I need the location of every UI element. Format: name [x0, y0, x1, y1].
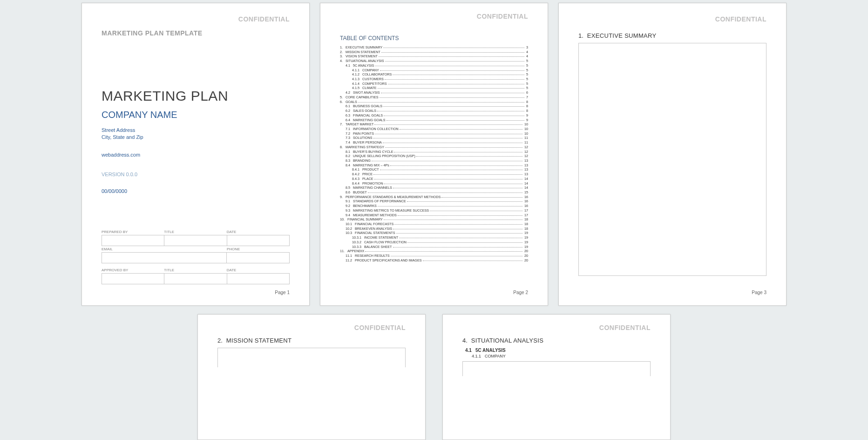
field-approved-by[interactable] — [102, 273, 164, 284]
toc-entry[interactable]: 4.1.3CUSTOMERS5 — [340, 77, 528, 82]
toc-entry[interactable]: 10.2BREAKEVEN ANALYSIS18 — [340, 227, 528, 231]
toc-entry[interactable]: 10.1FINANCIAL FORECASTS18 — [340, 222, 528, 227]
toc-entry[interactable]: 4.1.1COMPANY5 — [340, 68, 528, 73]
toc-text: SALES GOALS — [353, 109, 376, 113]
toc-entry[interactable]: 4.15C ANALYSIS5 — [340, 63, 528, 68]
toc-number: 4.1.3 — [352, 77, 362, 82]
toc-entry[interactable]: 6.4MARKETING GOALS9 — [340, 118, 528, 123]
toc-page: 13 — [523, 163, 528, 168]
toc-entry[interactable]: 4.1.4COMPETITORS5 — [340, 82, 528, 86]
toc-number: 4.1.1 — [352, 68, 362, 73]
toc-number: 6.2 — [346, 109, 353, 113]
field-phone[interactable] — [226, 252, 290, 263]
toc-entry[interactable]: 7.2PAIN POINTS10 — [340, 131, 528, 136]
toc-number: 9.2 — [346, 204, 353, 208]
toc-entry[interactable]: 10.FINANCIAL SUMMARY18 — [340, 217, 528, 222]
toc-entry[interactable]: 4.SITUATIONAL ANALYSIS5 — [340, 59, 528, 63]
toc-leader — [377, 111, 524, 111]
content-box[interactable] — [578, 43, 766, 276]
field-title-2[interactable] — [164, 273, 227, 284]
toc-number: 7.2 — [346, 131, 353, 136]
toc-entry[interactable]: 6.GOALS8 — [340, 100, 528, 104]
toc-entry[interactable]: 2.MISSION STATEMENT4 — [340, 50, 528, 55]
toc-entry[interactable]: 1.EXECUTIVE SUMMARY3 — [340, 45, 528, 50]
toc-entry[interactable]: 8.4.1PRODUCT13 — [340, 167, 528, 172]
field-date-2[interactable] — [227, 273, 290, 284]
content-box[interactable] — [462, 361, 651, 376]
toc-number: 6.1 — [346, 104, 353, 109]
toc-entry[interactable]: 9.2BENCHMARKS16 — [340, 204, 528, 208]
subsubsection-title: COMPANY — [485, 354, 506, 358]
field-email[interactable] — [102, 252, 227, 263]
toc-text: COMPANY — [362, 68, 379, 73]
toc-number: 6.4 — [346, 118, 353, 123]
toc-page: 8 — [525, 104, 528, 109]
toc-entry[interactable]: 8.1BUYER'S BUYING CYCLE12 — [340, 150, 528, 154]
toc-number: 8.5 — [346, 186, 353, 190]
content-box[interactable] — [217, 348, 406, 367]
toc-entry[interactable]: 6.3FINANCIAL GOALS9 — [340, 113, 528, 118]
toc-leader — [399, 238, 522, 238]
toc-entry[interactable]: 11.2PRODUCT SPECIFICATIONS AND IMAGES20 — [340, 258, 528, 263]
toc-entry[interactable]: 9.4MEASUREMENT METHODS17 — [340, 213, 528, 218]
toc-entry[interactable]: 8.5MARKETING CHANNELS14 — [340, 186, 528, 190]
toc-number: 9. — [340, 195, 346, 199]
toc-entry[interactable]: 9.1STANDARDS OF PERFORMANCE16 — [340, 199, 528, 204]
toc-leader — [398, 215, 522, 216]
toc-entry[interactable]: 10.3.1INCOME STATEMENT19 — [340, 235, 528, 240]
toc-number: 9.1 — [346, 199, 353, 204]
toc-entry[interactable]: 7.3SOLUTIONS11 — [340, 136, 528, 140]
toc-leader — [365, 251, 522, 252]
toc-entry[interactable]: 8.3BRANDING13 — [340, 158, 528, 163]
toc-entry[interactable]: 5.CORE CAPABILITIES7 — [340, 95, 528, 100]
toc-text: PAIN POINTS — [353, 131, 374, 136]
toc-text: CASH FLOW PROJECTION — [364, 240, 407, 245]
toc-page: 20 — [523, 254, 528, 258]
toc-number: 8.4 — [346, 163, 353, 168]
toc-entry[interactable]: 9.PERFORMANCE STANDARDS & MEASUREMENT ME… — [340, 195, 528, 199]
toc-number: 7.4 — [346, 140, 353, 145]
toc-entry[interactable]: 6.2SALES GOALS8 — [340, 109, 528, 113]
toc-entry[interactable]: 11.APPENDIX20 — [340, 249, 528, 254]
toc-entry[interactable]: 8.4.4PROMOTION14 — [340, 181, 528, 186]
toc-entry[interactable]: 3.VISION STATEMENT4 — [340, 54, 528, 59]
toc-number: 8.4.3 — [352, 177, 362, 181]
toc-entry[interactable]: 10.3FINANCIAL STATEMENTS19 — [340, 231, 528, 235]
toc-entry[interactable]: 4.1.2COLLABORATORS5 — [340, 72, 528, 77]
date-label: 00/00/0000 — [102, 188, 290, 194]
section-title: MISSION STATEMENT — [226, 337, 292, 344]
toc-number: 8.4.2 — [352, 172, 362, 177]
toc-leader — [385, 79, 524, 80]
toc-page: 17 — [523, 213, 528, 218]
toc-entry[interactable]: 6.1BUSINESS GOALS8 — [340, 104, 528, 109]
subsubsection-heading: 4.1.1 COMPANY — [472, 354, 651, 358]
toc-entry[interactable]: 7.TARGET MARKET10 — [340, 122, 528, 127]
toc-page: 4 — [525, 50, 528, 55]
field-date[interactable] — [227, 235, 290, 246]
toc-entry[interactable]: 8.4MARKETING MIX – 4Ps13 — [340, 163, 528, 168]
toc-text: BALANCE SHEET — [364, 245, 392, 249]
toc-number: 9.4 — [346, 213, 353, 218]
toc-entry[interactable]: 8.2UNIQUE SELLING PROPOSITION (USP)12 — [340, 154, 528, 158]
toc-entry[interactable]: 11.1RESEARCH RESULTS20 — [340, 254, 528, 258]
toc-entry[interactable]: 8.4.3PLACE14 — [340, 177, 528, 181]
toc-entry[interactable]: 10.3.3BALANCE SHEET19 — [340, 245, 528, 249]
field-prepared-by[interactable] — [102, 235, 164, 246]
toc-entry[interactable]: 7.4BUYER PERSONA11 — [340, 140, 528, 145]
label-title-2: TITLE — [164, 267, 227, 273]
toc-entry[interactable]: 4.2SWOT ANALYSIS6 — [340, 90, 528, 95]
toc-leader — [385, 61, 524, 62]
toc-entry[interactable]: 8.6BUDGET15 — [340, 190, 528, 195]
toc-entry[interactable]: 7.1INFORMATION COLLECTION10 — [340, 127, 528, 131]
toc-entry[interactable]: 10.3.2CASH FLOW PROJECTION19 — [340, 240, 528, 245]
field-title[interactable] — [164, 235, 227, 246]
toc-entry[interactable]: 8.4.2PRICE13 — [340, 172, 528, 177]
toc-page: 13 — [523, 172, 528, 177]
page-number: Page 1 — [275, 290, 290, 295]
toc-entry[interactable]: 4.1.5CLIMATE5 — [340, 86, 528, 90]
toc-leader — [384, 220, 522, 220]
toc-entry[interactable]: 9.3MARKETING METRICS TO MEASURE SUCCESS1… — [340, 208, 528, 213]
toc-entry[interactable]: 8.MARKETING STRATEGY12 — [340, 145, 528, 150]
toc-leader — [407, 242, 522, 243]
toc-leader — [396, 233, 522, 234]
